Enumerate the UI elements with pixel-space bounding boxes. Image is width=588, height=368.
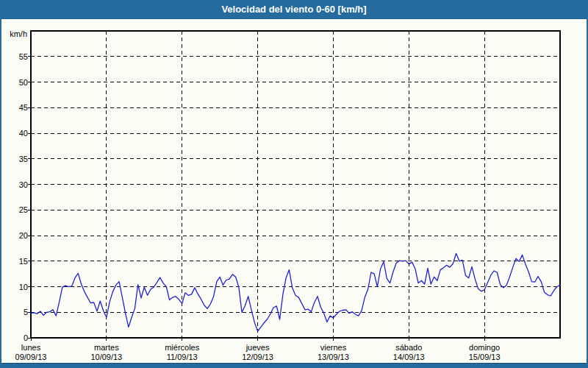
y-tick-label: 5 <box>1 308 28 317</box>
day-date-label: 13/09/13 <box>295 353 371 362</box>
x-day-label: viernes13/09/13 <box>295 343 371 362</box>
y-tick-label: 40 <box>1 129 28 138</box>
day-name-label: sábado <box>370 343 447 353</box>
day-date-label: 11/09/13 <box>144 353 220 362</box>
x-day-label: martes10/09/13 <box>68 343 145 362</box>
y-tick-label: 0 <box>1 333 28 343</box>
x-day-label: miércoles11/09/13 <box>144 343 220 362</box>
day-date-label: 09/09/13 <box>0 353 69 362</box>
wind-speed-chart <box>1 0 588 368</box>
x-day-label: sábado14/09/13 <box>370 343 447 362</box>
day-name-label: jueves <box>220 343 296 353</box>
day-name-label: domingo <box>446 343 523 353</box>
y-tick-label: 50 <box>1 78 28 88</box>
x-day-label: domingo15/09/13 <box>446 343 523 362</box>
y-tick-label: 55 <box>1 52 28 62</box>
y-tick-label: 45 <box>1 103 28 113</box>
day-name-label: lunes <box>0 343 69 353</box>
y-tick-label: 20 <box>1 231 28 241</box>
day-date-label: 14/09/13 <box>370 353 447 362</box>
day-name-label: viernes <box>295 343 371 353</box>
x-day-label: lunes09/09/13 <box>0 343 69 362</box>
y-tick-label: 35 <box>1 155 28 164</box>
y-tick-label: 30 <box>1 180 28 190</box>
y-axis-unit-label: km/h <box>1 29 27 39</box>
day-name-label: martes <box>68 343 145 353</box>
day-date-label: 12/09/13 <box>220 353 296 362</box>
chart-window: Velocidad del viento 0-60 [km/h] km/h 05… <box>0 0 588 368</box>
y-tick-label: 25 <box>1 205 28 215</box>
wind-speed-line <box>31 253 560 331</box>
day-date-label: 10/09/13 <box>68 353 145 362</box>
x-day-label: jueves12/09/13 <box>220 343 296 362</box>
y-tick-label: 10 <box>1 283 28 292</box>
day-name-label: miércoles <box>144 343 220 353</box>
day-date-label: 15/09/13 <box>446 353 523 362</box>
bottom-bar <box>1 363 587 368</box>
y-tick-label: 15 <box>1 257 28 266</box>
